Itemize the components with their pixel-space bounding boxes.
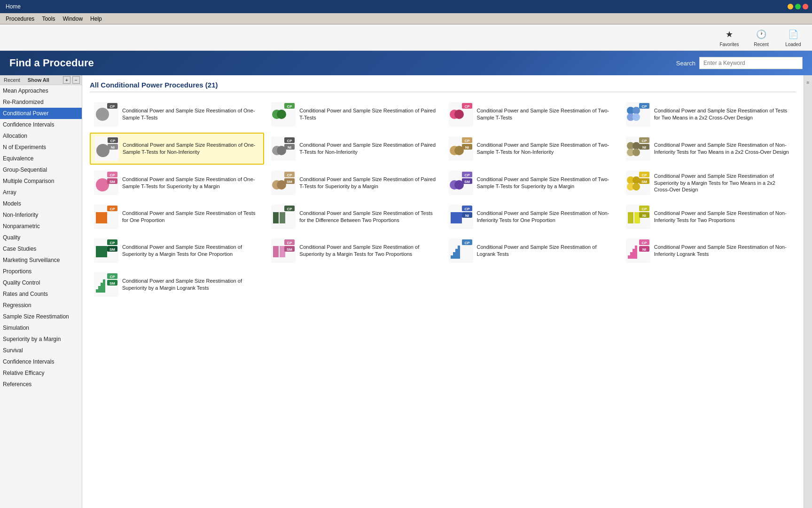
sidebar-item-case-studies[interactable]: Case Studies bbox=[0, 243, 82, 254]
svg-text:CP: CP bbox=[641, 104, 647, 109]
tab-recent[interactable]: Recent bbox=[2, 76, 22, 84]
sidebar-item-allocation[interactable]: Allocation bbox=[0, 130, 82, 142]
sidebar-item-survival[interactable]: Survival bbox=[0, 345, 82, 356]
sidebar-item-mean-approaches[interactable]: Mean Approaches bbox=[0, 85, 82, 96]
svg-text:CP: CP bbox=[464, 173, 470, 177]
svg-rect-84 bbox=[273, 212, 279, 223]
sidebar-item-quality[interactable]: Quality bbox=[0, 232, 82, 243]
sidebar-expand-icon[interactable]: + bbox=[63, 76, 70, 84]
proc-icon-cp-blue-one: CPNI bbox=[449, 205, 473, 229]
proc-label-cp-two-sample-t-sup: Conditional Power and Sample Size Reesti… bbox=[477, 176, 615, 190]
svg-point-11 bbox=[454, 110, 464, 119]
procedure-card-cp-logrank-ni[interactable]: CPNIConditional Power and Sample Size Re… bbox=[622, 235, 796, 266]
menu-help[interactable]: Help bbox=[86, 15, 106, 23]
main-layout: Recent Show All + − Mean ApproachesRe-Ra… bbox=[0, 75, 812, 508]
sidebar-collapse-icon[interactable]: − bbox=[72, 76, 80, 84]
procedure-card-cp-two-means-crossover-ni[interactable]: CPNIConditional Power and Sample Size Re… bbox=[622, 133, 796, 165]
sidebar-item-superiority-by-margin[interactable]: Superiority by a Margin bbox=[0, 333, 82, 345]
svg-rect-133 bbox=[101, 283, 103, 293]
procedure-card-cp-one-proportion[interactable]: CPConditional Power and Sample Size Rees… bbox=[90, 201, 264, 232]
procedure-card-cp-one-sample-t[interactable]: CPConditional Power and Sample Size Rees… bbox=[90, 99, 264, 130]
sidebar-item-group-sequential[interactable]: Group-Sequential bbox=[0, 164, 82, 175]
svg-text:SM: SM bbox=[109, 180, 115, 184]
sidebar-item-n-of-experiments[interactable]: N of Experiments bbox=[0, 142, 82, 153]
procedure-card-cp-two-sample-t-sup[interactable]: CPSMConditional Power and Sample Size Re… bbox=[445, 167, 619, 198]
sidebar-item-quality-control[interactable]: Quality Control bbox=[0, 277, 82, 288]
maximize-button[interactable] bbox=[795, 4, 801, 9]
procedure-card-cp-two-proportions-diff[interactable]: CPConditional Power and Sample Size Rees… bbox=[267, 201, 441, 232]
sidebar-item-equivalence[interactable]: Equivalence bbox=[0, 153, 82, 164]
procedure-card-cp-one-proportion-ni[interactable]: CPNIConditional Power and Sample Size Re… bbox=[445, 201, 619, 232]
procedure-card-cp-paired-t-ni[interactable]: CPNIConditional Power and Sample Size Re… bbox=[267, 133, 441, 165]
recent-button[interactable]: 🕐 Recent bbox=[750, 28, 773, 47]
procedure-card-cp-one-sample-t-sup[interactable]: CPSMConditional Power and Sample Size Re… bbox=[90, 167, 264, 198]
proc-icon-cp-khaki-ni: CPNI bbox=[626, 136, 650, 161]
svg-text:CP: CP bbox=[287, 139, 293, 143]
sidebar-item-nonparametric[interactable]: Nonparametric bbox=[0, 221, 82, 232]
svg-rect-122 bbox=[628, 255, 630, 259]
proc-icon-cp-gray-ni: CPNI bbox=[94, 136, 119, 161]
sidebar-item-references[interactable]: References bbox=[0, 379, 82, 390]
sidebar-item-multiple-comparison[interactable]: Multiple Comparison bbox=[0, 175, 82, 187]
menu-tools[interactable]: Tools bbox=[38, 15, 59, 23]
menu-procedures[interactable]: Procedures bbox=[2, 15, 38, 23]
svg-text:CP: CP bbox=[109, 241, 115, 245]
svg-text:SM: SM bbox=[464, 180, 470, 184]
sidebar-item-array[interactable]: Array bbox=[0, 187, 82, 198]
procedure-card-cp-logrank[interactable]: CPConditional Power and Sample Size Rees… bbox=[445, 235, 619, 266]
procedure-card-cp-one-proportion-sup[interactable]: CPSMConditional Power and Sample Size Re… bbox=[90, 235, 264, 266]
procedure-card-cp-logrank-sup[interactable]: CPSMConditional Power and Sample Size Re… bbox=[90, 269, 264, 300]
sidebar-item-non-inferiority[interactable]: Non-Inferiority bbox=[0, 209, 82, 221]
svg-text:SM: SM bbox=[287, 180, 292, 184]
svg-rect-115 bbox=[451, 255, 453, 259]
proc-label-cp-logrank-sup: Conditional Power and Sample Size Reesti… bbox=[122, 278, 260, 292]
svg-rect-132 bbox=[98, 286, 101, 293]
sidebar-item-simulation[interactable]: Simulation bbox=[0, 322, 82, 333]
svg-text:SM: SM bbox=[109, 247, 115, 252]
svg-point-1 bbox=[96, 108, 109, 121]
procedure-card-cp-paired-t-sup[interactable]: CPSMConditional Power and Sample Size Re… bbox=[267, 167, 441, 198]
sidebar-tabs: Recent Show All + − bbox=[0, 75, 82, 85]
svg-point-45 bbox=[632, 149, 640, 156]
search-input[interactable] bbox=[699, 57, 803, 69]
sidebar-item-regression[interactable]: Regression bbox=[0, 300, 82, 311]
sidebar-item-conditional-power[interactable]: Conditional Power bbox=[0, 108, 82, 119]
procedure-card-cp-two-sample-t[interactable]: CPConditional Power and Sample Size Rees… bbox=[445, 99, 619, 130]
svg-text:CP: CP bbox=[641, 241, 647, 245]
svg-text:CP: CP bbox=[110, 139, 116, 143]
sidebar-item-marketing-surveillance[interactable]: Marketing Surveillance bbox=[0, 254, 82, 266]
loaded-button[interactable]: 📄 Loaded bbox=[782, 28, 804, 47]
procedure-card-cp-two-means-crossover[interactable]: CPConditional Power and Sample Size Rees… bbox=[622, 99, 796, 130]
sidebar-item-models[interactable]: Models bbox=[0, 198, 82, 209]
right-sidebar-toggle[interactable]: ≡ bbox=[804, 75, 812, 508]
svg-rect-108 bbox=[273, 246, 279, 257]
svg-text:CP: CP bbox=[109, 275, 115, 279]
menu-window[interactable]: Window bbox=[59, 15, 86, 23]
procedure-card-cp-two-means-crossover-sup[interactable]: CPSMConditional Power and Sample Size Re… bbox=[622, 167, 796, 198]
proc-label-cp-logrank: Conditional Power and Sample Size Reesti… bbox=[477, 244, 615, 258]
svg-text:CP: CP bbox=[464, 207, 470, 211]
procedure-card-cp-two-proportions-ni[interactable]: CPNIConditional Power and Sample Size Re… bbox=[622, 201, 796, 232]
procedure-card-cp-paired-t[interactable]: CPConditional Power and Sample Size Rees… bbox=[267, 99, 441, 130]
close-button[interactable] bbox=[803, 4, 808, 9]
sidebar-item-confidence-intervals[interactable]: Confidence Intervals bbox=[0, 119, 82, 130]
sidebar-item-proportions[interactable]: Proportions bbox=[0, 266, 82, 277]
proc-icon-cp-pink-sup: CPSM bbox=[94, 171, 118, 195]
sidebar-item-sample-size-reestimation[interactable]: Sample Size Reestimation bbox=[0, 311, 82, 322]
tab-show-all[interactable]: Show All bbox=[26, 76, 51, 84]
sidebar-item-re-randomized[interactable]: Re-Randomized bbox=[0, 96, 82, 108]
sidebar-item-confidence-intervals-2[interactable]: Confidence Intervals bbox=[0, 356, 82, 367]
svg-text:NI: NI bbox=[642, 247, 646, 252]
procedure-card-cp-one-sample-t-ni[interactable]: CPNIConditional Power and Sample Size Re… bbox=[90, 133, 264, 165]
proc-label-cp-one-proportion-ni: Conditional Power and Sample Size Reesti… bbox=[477, 210, 615, 224]
favorites-button[interactable]: ★ Favorites bbox=[718, 28, 741, 47]
favorites-icon: ★ bbox=[723, 28, 736, 41]
procedure-card-cp-two-proportions-sup[interactable]: CPSMConditional Power and Sample Size Re… bbox=[267, 235, 441, 266]
svg-text:CP: CP bbox=[464, 104, 470, 109]
svg-rect-85 bbox=[280, 212, 285, 223]
minimize-button[interactable] bbox=[788, 4, 793, 9]
sidebar-item-rates-and-counts[interactable]: Rates and Counts bbox=[0, 288, 82, 300]
sidebar-item-relative-efficacy[interactable]: Relative Efficacy bbox=[0, 367, 82, 379]
proc-label-cp-logrank-ni: Conditional Power and Sample Size Reesti… bbox=[654, 244, 792, 258]
procedure-card-cp-two-sample-t-ni[interactable]: CPNIConditional Power and Sample Size Re… bbox=[445, 133, 619, 165]
